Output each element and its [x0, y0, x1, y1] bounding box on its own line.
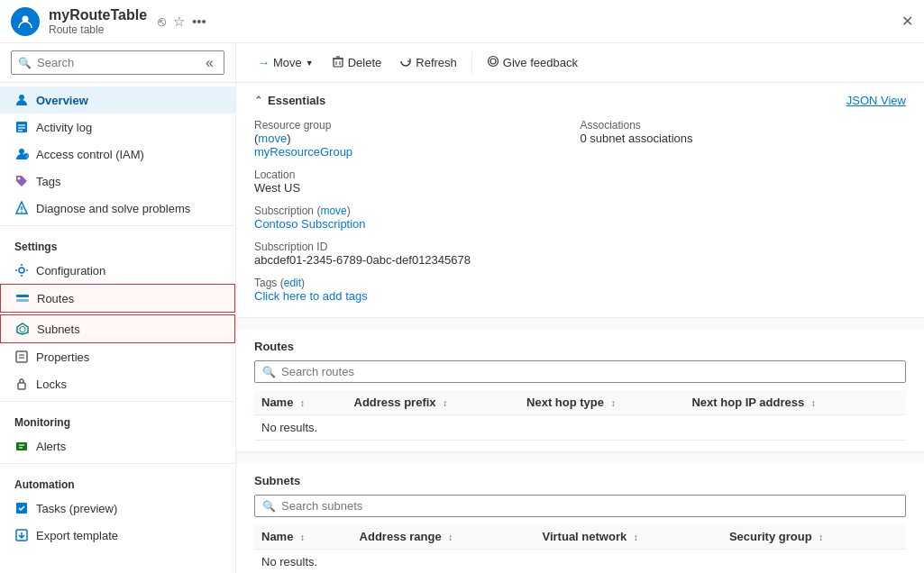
associations-item: Associations 0 subnet associations	[581, 118, 907, 145]
app-avatar	[11, 7, 40, 36]
sidebar-item-diagnose[interactable]: Diagnose and solve problems	[0, 195, 235, 222]
diagnose-icon	[14, 201, 29, 215]
sidebar-item-properties[interactable]: Properties	[0, 343, 235, 370]
sidebar: 🔍 « Overview	[0, 43, 236, 573]
svg-rect-21	[16, 442, 27, 450]
routes-no-results-row: No results.	[254, 415, 906, 441]
svg-marker-16	[20, 326, 25, 332]
resource-group-value: (move) myResourceGroup	[254, 132, 581, 159]
sidebar-item-label: Properties	[36, 350, 89, 364]
overview-icon	[14, 93, 29, 107]
subscription-link[interactable]: Contoso Subscription	[254, 217, 366, 231]
feedback-button[interactable]: Give feedback	[480, 50, 585, 75]
tags-item: Tags (edit) Click here to add tags	[254, 276, 581, 303]
routes-header-row: Name ↕ Address prefix ↕ Next hop type ↕	[254, 390, 906, 415]
sidebar-item-export-template[interactable]: Export template	[0, 522, 235, 549]
svg-point-1	[19, 95, 24, 100]
routes-sort-address[interactable]: ↕	[443, 398, 447, 408]
subscription-move-link[interactable]: move	[320, 205, 346, 217]
routes-data-section: Routes 🔍 Name ↕ Address prefix	[236, 329, 924, 452]
sidebar-item-configuration[interactable]: Configuration	[0, 257, 235, 284]
routes-sort-hop-ip[interactable]: ↕	[811, 398, 816, 408]
essentials-title: ⌃ Essentials	[254, 94, 325, 107]
subnets-col-security-group: Security group ↕	[722, 524, 906, 550]
routes-col-name: Name ↕	[254, 390, 347, 415]
svg-point-12	[19, 268, 24, 273]
sidebar-item-label: Tags	[36, 175, 60, 188]
tags-value: Click here to add tags	[254, 289, 581, 303]
sidebar-item-activity-log[interactable]: Activity log	[0, 114, 235, 141]
essentials-left-col: Resource group (move) myResourceGroup Lo…	[254, 118, 581, 303]
subnets-sort-vnet[interactable]: ↕	[634, 532, 638, 542]
export-icon	[14, 528, 29, 542]
sidebar-item-locks[interactable]: Locks	[0, 370, 235, 397]
svg-rect-20	[18, 383, 25, 389]
collapse-icon[interactable]: «	[206, 55, 214, 71]
subscription-id-value: abcdef01-2345-6789-0abc-def012345678	[254, 253, 581, 267]
sidebar-item-iam[interactable]: ✓ Access control (IAM)	[0, 141, 235, 168]
sidebar-item-label: Tasks (preview)	[36, 502, 117, 515]
settings-label: Settings	[0, 230, 235, 257]
resource-group-link[interactable]: myResourceGroup	[254, 145, 352, 159]
move-dropdown-icon: ▼	[306, 59, 314, 68]
delete-button[interactable]: Delete	[325, 50, 389, 75]
subnets-table-header: Name ↕ Address range ↕ Virtual network ↕	[254, 524, 906, 550]
svg-point-32	[490, 59, 496, 64]
sidebar-search-area: 🔍 «	[0, 43, 235, 83]
refresh-icon	[399, 55, 412, 70]
toolbar: → Move ▼ Delete	[236, 43, 924, 83]
routes-col-hop-ip: Next hop IP address ↕	[684, 390, 906, 415]
subnets-no-results-row: No results.	[254, 550, 906, 574]
content-body: ⌃ Essentials JSON View Resource group (m…	[236, 83, 924, 573]
routes-no-results: No results.	[254, 415, 906, 441]
move-button[interactable]: → Move ▼	[251, 51, 321, 74]
sidebar-item-label: Overview	[36, 94, 88, 107]
routes-sort-name[interactable]: ↕	[300, 398, 305, 408]
resource-group-move-link[interactable]: move	[258, 132, 287, 145]
sidebar-item-label: Access control (IAM)	[36, 148, 144, 161]
search-input[interactable]	[11, 50, 224, 75]
tags-add-link[interactable]: Click here to add tags	[254, 289, 368, 303]
divider-settings	[0, 225, 235, 226]
resource-group-label: Resource group	[254, 119, 331, 132]
more-icon[interactable]: •••	[192, 14, 206, 30]
refresh-button[interactable]: Refresh	[392, 50, 464, 75]
app-name: myRouteTable	[49, 7, 147, 23]
routes-icon	[15, 291, 30, 305]
subnets-no-results: No results.	[254, 550, 906, 574]
tags-edit-link[interactable]: edit	[284, 277, 301, 289]
tags-icon	[14, 174, 29, 188]
move-icon: →	[258, 56, 270, 69]
routes-sort-hop-type[interactable]: ↕	[611, 398, 616, 408]
subnets-sort-name[interactable]: ↕	[300, 532, 305, 542]
routes-col-address-prefix: Address prefix ↕	[347, 390, 520, 415]
svg-rect-14	[16, 299, 29, 302]
subnets-search-input[interactable]	[281, 499, 898, 513]
close-button[interactable]: ✕	[901, 13, 913, 30]
sidebar-item-routes[interactable]: Routes	[0, 284, 235, 313]
routes-search-input[interactable]	[281, 365, 898, 378]
star-icon[interactable]: ☆	[173, 14, 185, 30]
subscription-id-label: Subscription ID	[254, 241, 327, 253]
svg-rect-17	[16, 351, 27, 362]
subnets-table-body: No results.	[254, 550, 906, 574]
sidebar-item-alerts[interactable]: Alerts	[0, 432, 235, 459]
subnets-sort-sg[interactable]: ↕	[819, 532, 823, 542]
toolbar-separator	[471, 52, 472, 74]
json-view-link[interactable]: JSON View	[846, 94, 906, 107]
associations-value: 0 subnet associations	[581, 132, 907, 145]
sidebar-item-tasks[interactable]: Tasks (preview)	[0, 495, 235, 522]
subscription-label: Subscription (move)	[254, 205, 351, 217]
pin-icon[interactable]: ⎋	[158, 14, 166, 30]
subnets-sort-address[interactable]: ↕	[448, 532, 453, 542]
main-area: 🔍 « Overview	[0, 43, 924, 573]
subnets-col-name: Name ↕	[254, 524, 352, 550]
location-item: Location West US	[254, 168, 581, 195]
iam-icon: ✓	[14, 147, 29, 161]
sidebar-item-subnets[interactable]: Subnets	[0, 314, 235, 343]
sidebar-item-tags[interactable]: Tags	[0, 168, 235, 195]
sidebar-item-label: Alerts	[36, 440, 66, 453]
divider-monitoring	[0, 401, 235, 402]
chevron-up-icon: ⌃	[254, 95, 262, 106]
sidebar-item-overview[interactable]: Overview	[0, 86, 235, 114]
